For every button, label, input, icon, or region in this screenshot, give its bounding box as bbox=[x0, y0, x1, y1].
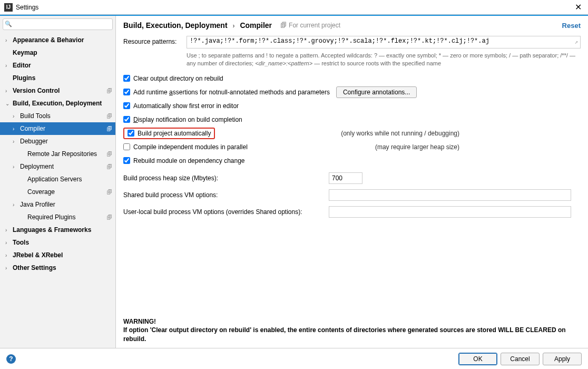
heap-label: Build process heap size (Mbytes): bbox=[123, 174, 329, 182]
sidebar-item-coverage[interactable]: Coverage🗐 bbox=[0, 186, 115, 198]
chk-rebuild-dep-box[interactable] bbox=[123, 157, 130, 164]
breadcrumb-current: Compiler bbox=[240, 21, 272, 30]
sidebar-item-label: Appearance & Behavior bbox=[13, 36, 115, 44]
chevron-icon: › bbox=[13, 126, 20, 132]
expand-icon[interactable]: ↗ bbox=[574, 38, 578, 45]
user-vm-label: User-local build process VM options (ove… bbox=[123, 208, 329, 216]
project-scope-icon: 🗐 bbox=[107, 88, 112, 94]
warning-title: WARNING! bbox=[123, 317, 581, 326]
sidebar-item-label: Version Control bbox=[13, 87, 107, 94]
chk-rebuild-dep-label: Rebuild module on dependency change bbox=[133, 157, 245, 164]
sidebar-item-compiler[interactable]: ›Compiler🗐 bbox=[0, 122, 115, 135]
search-input[interactable] bbox=[3, 18, 113, 30]
chk-build-auto-label: Build project automatically bbox=[138, 130, 211, 137]
project-scope-icon: 🗐 bbox=[107, 215, 112, 220]
project-scope-icon: 🗐 bbox=[107, 113, 112, 119]
user-vm-row: User-local build process VM options (ove… bbox=[123, 206, 581, 218]
sidebar-item-keymap[interactable]: Keymap bbox=[0, 46, 115, 59]
search-icon: 🔍 bbox=[5, 21, 12, 27]
chevron-icon: › bbox=[5, 88, 13, 94]
chk-build-auto: Build project automatically (only works … bbox=[123, 128, 581, 139]
sidebar-item-required-plugins[interactable]: Required Plugins🗐 bbox=[0, 211, 115, 224]
sidebar-item-jrebel-xrebel[interactable]: ›JRebel & XRebel bbox=[0, 249, 115, 261]
sidebar-item-deployment[interactable]: ›Deployment🗐 bbox=[0, 160, 115, 173]
breadcrumb-sep-icon: › bbox=[232, 22, 234, 30]
project-scope-icon: 🗐 bbox=[107, 164, 112, 170]
footer: ? OK Cancel Apply bbox=[0, 348, 588, 369]
chk-first-error: Automatically show first error in editor bbox=[123, 101, 581, 111]
chevron-icon: › bbox=[13, 113, 20, 119]
sidebar-item-label: Java Profiler bbox=[20, 201, 115, 208]
apply-button[interactable]: Apply bbox=[543, 353, 582, 365]
user-vm-input[interactable] bbox=[329, 206, 571, 218]
sidebar-item-appearance-behavior[interactable]: ›Appearance & Behavior bbox=[0, 34, 115, 46]
chk-build-auto-box[interactable] bbox=[128, 130, 134, 137]
sidebar-item-label: Required Plugins bbox=[27, 213, 107, 221]
sidebar-item-plugins[interactable]: Plugins bbox=[0, 72, 115, 84]
chk-first-error-box[interactable] bbox=[123, 102, 130, 109]
configure-annotations-button[interactable]: Configure annotations... bbox=[336, 86, 417, 98]
main-panel: Build, Execution, Deployment › Compiler … bbox=[116, 16, 588, 348]
sidebar-item-label: JRebel & XRebel bbox=[13, 251, 115, 259]
sidebar-item-debugger[interactable]: ›Debugger bbox=[0, 135, 115, 148]
ok-button[interactable]: OK bbox=[458, 353, 497, 365]
chk-parallel: Compile independent modules in parallel … bbox=[123, 142, 581, 152]
chk-clear-output-box[interactable] bbox=[123, 75, 130, 82]
header-row: Build, Execution, Deployment › Compiler … bbox=[123, 21, 581, 30]
chevron-icon: › bbox=[5, 37, 13, 43]
sidebar-item-build-tools[interactable]: ›Build Tools🗐 bbox=[0, 110, 115, 122]
build-auto-note: (only works while not running / debuggin… bbox=[341, 130, 581, 137]
sidebar-item-label: Debugger bbox=[20, 138, 115, 145]
resource-row: Resource patterns: !?*.java;!?*.form;!?*… bbox=[123, 35, 581, 50]
sidebar-item-label: Editor bbox=[13, 62, 115, 69]
sidebar-item-build-execution-deployment[interactable]: ⌄Build, Execution, Deployment bbox=[0, 97, 115, 110]
sidebar-item-application-servers[interactable]: Application Servers bbox=[0, 173, 115, 186]
chk-assertions-box[interactable] bbox=[123, 89, 130, 95]
chk-display-notification-box[interactable] bbox=[123, 116, 130, 123]
close-icon[interactable]: ✕ bbox=[573, 2, 584, 12]
cancel-button[interactable]: Cancel bbox=[501, 353, 540, 365]
sidebar-item-label: Keymap bbox=[13, 49, 115, 56]
chk-parallel-label: Compile independent modules in parallel bbox=[133, 143, 248, 151]
breadcrumb-parent[interactable]: Build, Execution, Deployment bbox=[123, 21, 228, 30]
shared-vm-input[interactable] bbox=[329, 189, 571, 201]
resource-patterns-input[interactable]: !?*.java;!?*.form;!?*.class;!?*.groovy;!… bbox=[187, 36, 581, 48]
chevron-icon: › bbox=[5, 63, 13, 69]
project-scope-icon: 🗐 bbox=[280, 22, 287, 29]
chevron-icon: › bbox=[5, 227, 13, 233]
reset-link[interactable]: Reset bbox=[562, 22, 581, 30]
chk-display-notification-label: Display notification on build completion bbox=[133, 116, 242, 123]
chevron-icon: › bbox=[13, 164, 20, 170]
sidebar-item-version-control[interactable]: ›Version Control🗐 bbox=[0, 84, 115, 97]
chk-rebuild-dep: Rebuild module on dependency change bbox=[123, 156, 581, 166]
sidebar-item-languages-frameworks[interactable]: ›Languages & Frameworks bbox=[0, 224, 115, 236]
sidebar-item-other-settings[interactable]: ›Other Settings bbox=[0, 261, 115, 274]
sidebar-item-label: Coverage bbox=[27, 188, 107, 196]
parallel-note: (may require larger heap size) bbox=[375, 143, 581, 151]
project-scope-icon: 🗐 bbox=[107, 189, 112, 195]
sidebar-item-label: Other Settings bbox=[13, 264, 115, 271]
sidebar-item-tools[interactable]: ›Tools bbox=[0, 236, 115, 249]
sidebar-item-label: Languages & Frameworks bbox=[13, 226, 115, 234]
shared-vm-label: Shared build process VM options: bbox=[123, 191, 329, 199]
sidebar-item-editor[interactable]: ›Editor bbox=[0, 59, 115, 72]
project-scope-icon: 🗐 bbox=[107, 126, 112, 132]
help-icon[interactable]: ? bbox=[6, 354, 16, 364]
shared-vm-row: Shared build process VM options: bbox=[123, 189, 581, 201]
breadcrumb: Build, Execution, Deployment › Compiler bbox=[123, 21, 272, 30]
chk-display-notification: Display notification on build completion bbox=[123, 114, 581, 125]
sidebar-item-label: Deployment bbox=[20, 163, 107, 170]
sidebar-item-label: Plugins bbox=[13, 74, 115, 82]
chk-clear-output-label: Clear output directory on rebuild bbox=[133, 75, 223, 82]
warning-block: WARNING! If option 'Clear output directo… bbox=[123, 317, 581, 344]
heap-row: Build process heap size (Mbytes): bbox=[123, 172, 581, 184]
heap-input[interactable] bbox=[329, 172, 362, 184]
highlight-box: Build project automatically bbox=[123, 128, 215, 139]
chevron-icon: › bbox=[13, 139, 20, 144]
project-scope-icon: 🗐 bbox=[107, 151, 112, 157]
chk-parallel-box[interactable] bbox=[123, 143, 130, 150]
sidebar-item-remote-jar-repositories[interactable]: Remote Jar Repositories🗐 bbox=[0, 148, 115, 160]
chk-clear-output: Clear output directory on rebuild bbox=[123, 73, 581, 84]
resource-hint: Use ; to separate patterns and ! to nega… bbox=[187, 52, 581, 68]
sidebar-item-java-profiler[interactable]: ›Java Profiler bbox=[0, 198, 115, 211]
